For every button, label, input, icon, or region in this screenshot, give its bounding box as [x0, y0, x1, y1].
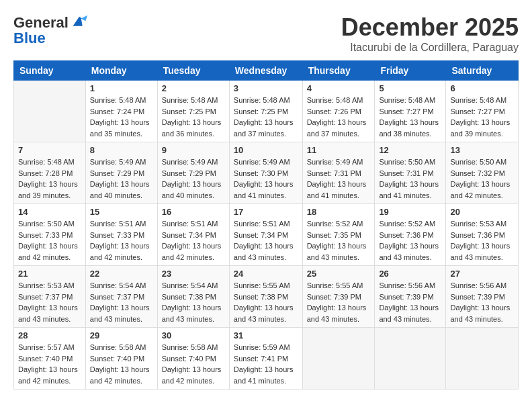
calendar-cell: 7Sunrise: 5:48 AMSunset: 7:28 PMDaylight…	[14, 142, 86, 204]
cell-content: Sunrise: 5:52 AMSunset: 7:35 PMDaylight:…	[307, 218, 371, 263]
sunset-text: Sunset: 7:25 PM	[234, 106, 298, 118]
daylight-text: Daylight: 13 hours and 43 minutes.	[162, 302, 225, 324]
day-number: 28	[18, 330, 81, 340]
sunset-text: Sunset: 7:31 PM	[379, 168, 441, 179]
weekday-header-thursday: Thursday	[302, 61, 375, 81]
page-header: General Blue December 2025 Itacurubi de …	[13, 13, 519, 54]
cell-content: Sunrise: 5:49 AMSunset: 7:29 PMDaylight:…	[90, 156, 153, 201]
weekday-header-saturday: Saturday	[446, 61, 519, 81]
day-number: 6	[450, 83, 514, 93]
sunset-text: Sunset: 7:30 PM	[234, 168, 298, 179]
day-number: 31	[234, 330, 298, 340]
weekday-header-tuesday: Tuesday	[157, 61, 229, 81]
daylight-text: Daylight: 13 hours and 43 minutes.	[307, 302, 371, 324]
calendar-week-4: 21Sunrise: 5:53 AMSunset: 7:37 PMDayligh…	[14, 266, 519, 328]
sunset-text: Sunset: 7:36 PM	[450, 230, 514, 241]
daylight-text: Daylight: 13 hours and 40 minutes.	[90, 179, 153, 201]
day-number: 29	[90, 330, 153, 340]
daylight-text: Daylight: 13 hours and 42 minutes.	[90, 240, 153, 263]
day-number: 12	[379, 145, 441, 155]
cell-content: Sunrise: 5:51 AMSunset: 7:34 PMDaylight:…	[162, 218, 225, 263]
sunset-text: Sunset: 7:32 PM	[450, 168, 514, 179]
day-number: 13	[450, 145, 514, 155]
calendar-week-5: 28Sunrise: 5:57 AMSunset: 7:40 PMDayligh…	[14, 328, 519, 390]
sunset-text: Sunset: 7:41 PM	[234, 353, 298, 365]
daylight-text: Daylight: 13 hours and 41 minutes.	[307, 179, 371, 201]
calendar-cell: 4Sunrise: 5:48 AMSunset: 7:26 PMDaylight…	[302, 81, 375, 142]
sunset-text: Sunset: 7:33 PM	[90, 230, 153, 241]
daylight-text: Daylight: 13 hours and 43 minutes.	[90, 302, 153, 324]
calendar-cell: 26Sunrise: 5:56 AMSunset: 7:39 PMDayligh…	[375, 266, 446, 328]
cell-content: Sunrise: 5:54 AMSunset: 7:37 PMDaylight:…	[90, 280, 153, 324]
daylight-text: Daylight: 13 hours and 41 minutes.	[234, 179, 298, 201]
calendar-cell: 28Sunrise: 5:57 AMSunset: 7:40 PMDayligh…	[14, 328, 86, 390]
day-number: 9	[162, 145, 225, 155]
sunset-text: Sunset: 7:34 PM	[234, 230, 298, 241]
daylight-text: Daylight: 13 hours and 42 minutes.	[18, 240, 81, 263]
sunset-text: Sunset: 7:33 PM	[18, 230, 81, 241]
daylight-text: Daylight: 13 hours and 43 minutes.	[450, 302, 514, 324]
daylight-text: Daylight: 13 hours and 42 minutes.	[450, 179, 514, 201]
weekday-header-friday: Friday	[375, 61, 446, 81]
sunset-text: Sunset: 7:37 PM	[18, 291, 81, 303]
sunrise-text: Sunrise: 5:52 AM	[379, 218, 441, 230]
calendar-cell: 22Sunrise: 5:54 AMSunset: 7:37 PMDayligh…	[85, 266, 157, 328]
calendar-table: SundayMondayTuesdayWednesdayThursdayFrid…	[13, 60, 519, 390]
day-number: 1	[90, 83, 153, 93]
cell-content: Sunrise: 5:51 AMSunset: 7:34 PMDaylight:…	[234, 218, 298, 263]
sunrise-text: Sunrise: 5:48 AM	[234, 95, 298, 106]
sunrise-text: Sunrise: 5:48 AM	[307, 95, 371, 106]
sunrise-text: Sunrise: 5:50 AM	[18, 218, 81, 230]
calendar-cell: 11Sunrise: 5:49 AMSunset: 7:31 PMDayligh…	[302, 142, 375, 204]
calendar-cell	[302, 328, 375, 390]
day-number: 8	[90, 145, 153, 155]
cell-content: Sunrise: 5:49 AMSunset: 7:29 PMDaylight:…	[162, 156, 225, 201]
cell-content: Sunrise: 5:48 AMSunset: 7:28 PMDaylight:…	[18, 156, 81, 201]
sunrise-text: Sunrise: 5:52 AM	[307, 218, 371, 230]
sunset-text: Sunset: 7:25 PM	[162, 106, 225, 118]
day-number: 18	[307, 207, 371, 217]
sunrise-text: Sunrise: 5:48 AM	[18, 156, 81, 168]
calendar-cell: 31Sunrise: 5:59 AMSunset: 7:41 PMDayligh…	[229, 328, 302, 390]
cell-content: Sunrise: 5:51 AMSunset: 7:33 PMDaylight:…	[90, 218, 153, 263]
calendar-cell: 10Sunrise: 5:49 AMSunset: 7:30 PMDayligh…	[229, 142, 302, 204]
daylight-text: Daylight: 13 hours and 43 minutes.	[379, 302, 441, 324]
day-number: 15	[90, 207, 153, 217]
cell-content: Sunrise: 5:55 AMSunset: 7:38 PMDaylight:…	[234, 280, 298, 324]
cell-content: Sunrise: 5:53 AMSunset: 7:36 PMDaylight:…	[450, 218, 514, 263]
day-number: 5	[379, 83, 441, 93]
sunset-text: Sunset: 7:31 PM	[307, 168, 371, 179]
daylight-text: Daylight: 13 hours and 37 minutes.	[234, 117, 298, 139]
sunset-text: Sunset: 7:40 PM	[90, 353, 153, 365]
calendar-cell: 8Sunrise: 5:49 AMSunset: 7:29 PMDaylight…	[85, 142, 157, 204]
logo: General Blue	[13, 13, 89, 47]
day-number: 21	[18, 269, 81, 279]
daylight-text: Daylight: 13 hours and 43 minutes.	[234, 302, 298, 324]
sunset-text: Sunset: 7:29 PM	[162, 168, 225, 179]
calendar-cell: 6Sunrise: 5:48 AMSunset: 7:27 PMDaylight…	[446, 81, 519, 142]
sunrise-text: Sunrise: 5:53 AM	[450, 218, 514, 230]
sunrise-text: Sunrise: 5:50 AM	[379, 156, 441, 168]
calendar-cell: 16Sunrise: 5:51 AMSunset: 7:34 PMDayligh…	[157, 204, 229, 266]
weekday-header-monday: Monday	[85, 61, 157, 81]
calendar-cell: 29Sunrise: 5:58 AMSunset: 7:40 PMDayligh…	[85, 328, 157, 390]
daylight-text: Daylight: 13 hours and 43 minutes.	[234, 240, 298, 263]
day-number: 14	[18, 207, 81, 217]
calendar-cell	[375, 328, 446, 390]
sunset-text: Sunset: 7:36 PM	[379, 230, 441, 241]
calendar-cell: 23Sunrise: 5:54 AMSunset: 7:38 PMDayligh…	[157, 266, 229, 328]
sunrise-text: Sunrise: 5:55 AM	[307, 280, 371, 291]
calendar-week-3: 14Sunrise: 5:50 AMSunset: 7:33 PMDayligh…	[14, 204, 519, 266]
cell-content: Sunrise: 5:50 AMSunset: 7:31 PMDaylight:…	[379, 156, 441, 201]
sunset-text: Sunset: 7:24 PM	[90, 106, 153, 118]
sunrise-text: Sunrise: 5:54 AM	[162, 280, 225, 291]
daylight-text: Daylight: 13 hours and 42 minutes.	[162, 364, 225, 386]
sunrise-text: Sunrise: 5:50 AM	[450, 156, 514, 168]
calendar-cell: 14Sunrise: 5:50 AMSunset: 7:33 PMDayligh…	[14, 204, 86, 266]
day-number: 19	[379, 207, 441, 217]
day-number: 2	[162, 83, 225, 93]
cell-content: Sunrise: 5:56 AMSunset: 7:39 PMDaylight:…	[379, 280, 441, 324]
calendar-cell: 1Sunrise: 5:48 AMSunset: 7:24 PMDaylight…	[85, 81, 157, 142]
daylight-text: Daylight: 13 hours and 35 minutes.	[90, 117, 153, 139]
sunset-text: Sunset: 7:29 PM	[90, 168, 153, 179]
